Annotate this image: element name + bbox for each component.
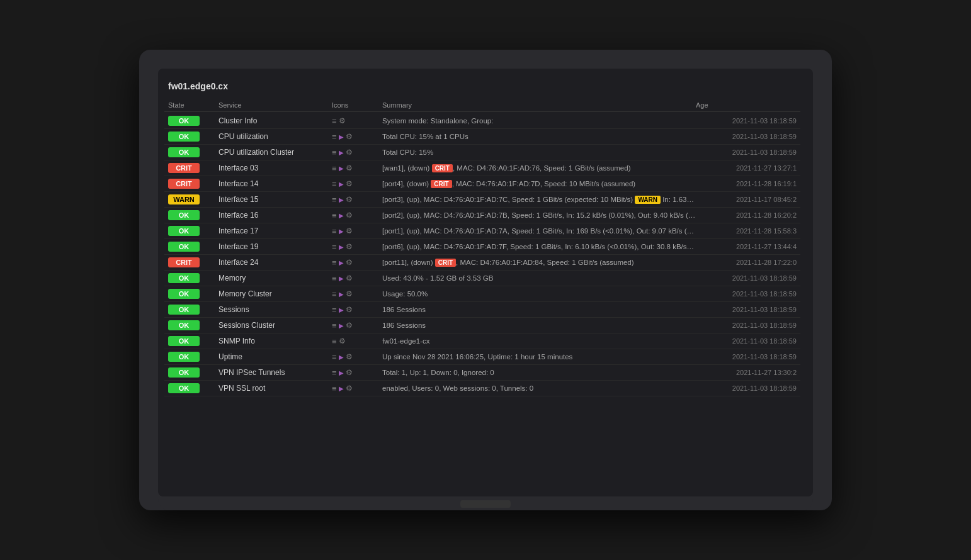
gear-icon[interactable]: ⚙ <box>346 352 353 361</box>
service-name[interactable]: Sessions <box>219 305 332 314</box>
gear-icon[interactable]: ⚙ <box>346 289 353 298</box>
bookmark-icon[interactable]: ▶ <box>339 228 344 235</box>
table-row[interactable]: CRITInterface 24≡▶⚙[port11], (down) CRIT… <box>164 255 800 271</box>
table-row[interactable]: OKVPN SSL root≡▶⚙enabled, Users: 0, Web … <box>164 381 800 396</box>
gear-icon[interactable]: ⚙ <box>346 211 353 220</box>
bookmark-icon[interactable]: ▶ <box>339 149 344 156</box>
service-name[interactable]: Memory Cluster <box>219 289 332 298</box>
gear-icon[interactable]: ⚙ <box>346 195 353 204</box>
service-name[interactable]: Interface 17 <box>219 227 332 235</box>
service-name[interactable]: Interface 15 <box>219 195 332 204</box>
lines-icon[interactable]: ≡ <box>332 384 337 393</box>
table-row[interactable]: OKSessions≡▶⚙186 Sessions2021-11-03 18:1… <box>164 302 800 318</box>
bookmark-icon[interactable]: ▶ <box>339 196 344 203</box>
bookmark-icon[interactable]: ▶ <box>339 181 344 188</box>
bookmark-icon[interactable]: ▶ <box>339 212 344 219</box>
gear-icon[interactable]: ⚙ <box>346 321 353 330</box>
lines-icon[interactable]: ≡ <box>332 132 337 142</box>
service-name[interactable]: CPU utilization Cluster <box>219 148 332 157</box>
table-row[interactable]: OKInterface 19≡▶⚙[port6], (up), MAC: D4:… <box>164 239 800 255</box>
lines-icon[interactable]: ≡ <box>332 305 337 315</box>
inline-crit-badge: CRIT <box>435 259 456 267</box>
gear-icon[interactable]: ⚙ <box>339 337 346 345</box>
gear-icon[interactable]: ⚙ <box>346 132 353 141</box>
bookmark-icon[interactable]: ▶ <box>339 322 344 329</box>
service-name[interactable]: SNMP Info <box>219 337 332 345</box>
table-row[interactable]: OKCPU utilization Cluster≡▶⚙Total CPU: 1… <box>164 145 800 160</box>
service-name[interactable]: Memory <box>219 274 332 283</box>
lines-icon[interactable]: ≡ <box>332 258 337 267</box>
age-text: 2021-11-03 18:18:59 <box>696 384 797 392</box>
table-row[interactable]: CRITInterface 03≡▶⚙[wan1], (down) CRIT, … <box>164 160 800 176</box>
table-row[interactable]: OKSessions Cluster≡▶⚙186 Sessions2021-11… <box>164 318 800 333</box>
lines-icon[interactable]: ≡ <box>332 195 337 204</box>
status-badge: OK <box>168 242 200 252</box>
gear-icon[interactable]: ⚙ <box>346 368 353 377</box>
table-row[interactable]: OKMemory≡▶⚙Used: 43.0% - 1.52 GB of 3.53… <box>164 271 800 286</box>
summary-text: [port2], (up), MAC: D4:76:A0:1F:AD:7B, S… <box>382 211 696 219</box>
table-row[interactable]: OKInterface 16≡▶⚙[port2], (up), MAC: D4:… <box>164 208 800 223</box>
lines-icon[interactable]: ≡ <box>332 321 337 330</box>
lines-icon[interactable]: ≡ <box>332 242 337 252</box>
gear-icon[interactable]: ⚙ <box>346 305 353 314</box>
status-badge: CRIT <box>168 163 200 173</box>
gear-icon[interactable]: ⚙ <box>346 258 353 267</box>
service-name[interactable]: CPU utilization <box>219 132 332 141</box>
col-age: Age <box>696 101 797 109</box>
lines-icon[interactable]: ≡ <box>332 148 337 157</box>
lines-icon[interactable]: ≡ <box>332 352 337 362</box>
table-row[interactable]: OKCPU utilization≡▶⚙Total CPU: 15% at 1 … <box>164 129 800 145</box>
age-text: 2021-11-03 18:18:59 <box>696 274 797 282</box>
bookmark-icon[interactable]: ▶ <box>339 369 344 376</box>
service-name[interactable]: Uptime <box>219 352 332 361</box>
table-row[interactable]: OKSNMP Info≡⚙fw01-edge1-cx2021-11-03 18:… <box>164 333 800 349</box>
lines-icon[interactable]: ≡ <box>332 116 337 126</box>
status-badge: OK <box>168 226 200 236</box>
service-name[interactable]: Interface 14 <box>219 179 332 188</box>
age-text: 2021-11-03 18:18:59 <box>696 322 797 329</box>
bookmark-icon[interactable]: ▶ <box>339 259 344 266</box>
lines-icon[interactable]: ≡ <box>332 211 337 220</box>
table-row[interactable]: CRITInterface 14≡▶⚙[port4], (down) CRIT,… <box>164 176 800 192</box>
bookmark-icon[interactable]: ▶ <box>339 291 344 298</box>
gear-icon[interactable]: ⚙ <box>346 164 353 172</box>
bookmark-icon[interactable]: ▶ <box>339 306 344 313</box>
lines-icon[interactable]: ≡ <box>332 368 337 378</box>
table-row[interactable]: WARNInterface 15≡▶⚙[port3], (up), MAC: D… <box>164 192 800 208</box>
service-name[interactable]: Cluster Info <box>219 116 332 125</box>
service-name[interactable]: Interface 19 <box>219 242 332 251</box>
gear-icon[interactable]: ⚙ <box>346 274 353 283</box>
service-name[interactable]: Interface 24 <box>219 258 332 267</box>
gear-icon[interactable]: ⚙ <box>346 242 353 251</box>
lines-icon[interactable]: ≡ <box>332 179 337 189</box>
gear-icon[interactable]: ⚙ <box>346 384 353 393</box>
service-name[interactable]: Interface 16 <box>219 211 332 220</box>
service-name[interactable]: Interface 03 <box>219 164 332 172</box>
bookmark-icon[interactable]: ▶ <box>339 133 344 140</box>
table-row[interactable]: OKCluster Info≡⚙System mode: Standalone,… <box>164 113 800 129</box>
service-name[interactable]: Sessions Cluster <box>219 321 332 330</box>
table-row[interactable]: OKVPN IPSec Tunnels≡▶⚙Total: 1, Up: 1, D… <box>164 365 800 381</box>
gear-icon[interactable]: ⚙ <box>339 116 346 125</box>
lines-icon[interactable]: ≡ <box>332 274 337 283</box>
table-row[interactable]: OKInterface 17≡▶⚙[port1], (up), MAC: D4:… <box>164 223 800 239</box>
lines-icon[interactable]: ≡ <box>332 164 337 173</box>
lines-icon[interactable]: ≡ <box>332 227 337 236</box>
bookmark-icon[interactable]: ▶ <box>339 244 344 250</box>
service-name[interactable]: VPN SSL root <box>219 384 332 393</box>
gear-icon[interactable]: ⚙ <box>346 179 353 188</box>
bookmark-icon[interactable]: ▶ <box>339 354 344 361</box>
table-row[interactable]: OKMemory Cluster≡▶⚙Usage: 50.0%2021-11-0… <box>164 286 800 302</box>
icons-cell: ≡▶⚙ <box>332 132 382 142</box>
lines-icon[interactable]: ≡ <box>332 337 337 346</box>
gear-icon[interactable]: ⚙ <box>346 148 353 157</box>
bookmark-icon[interactable]: ▶ <box>339 165 344 172</box>
icons-cell: ≡⚙ <box>332 337 382 346</box>
icons-cell: ≡▶⚙ <box>332 242 382 252</box>
service-name[interactable]: VPN IPSec Tunnels <box>219 368 332 377</box>
lines-icon[interactable]: ≡ <box>332 289 337 299</box>
bookmark-icon[interactable]: ▶ <box>339 275 344 282</box>
table-row[interactable]: OKUptime≡▶⚙Up since Nov 28 2021 16:06:25… <box>164 349 800 365</box>
bookmark-icon[interactable]: ▶ <box>339 385 344 392</box>
gear-icon[interactable]: ⚙ <box>346 227 353 235</box>
